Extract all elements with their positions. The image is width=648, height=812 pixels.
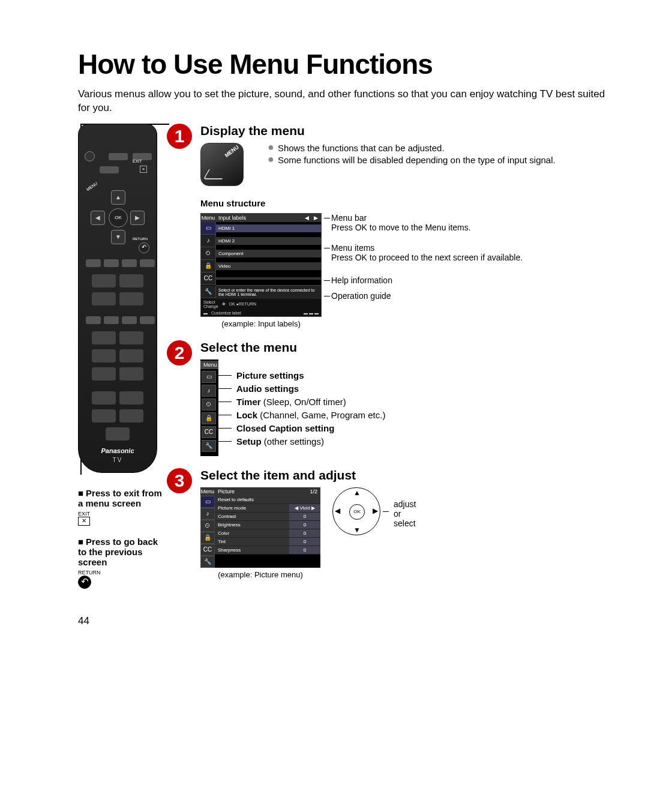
callout-help: Help information bbox=[331, 275, 523, 285]
step-2-badge: 2 bbox=[167, 340, 192, 365]
page-title: How to Use Menu Functions bbox=[78, 48, 612, 80]
picture-setting-row: Sharpness0 bbox=[215, 546, 320, 555]
example-caption: (example: Picture menu) bbox=[200, 570, 320, 579]
lock-icon: 🔒 bbox=[201, 260, 216, 272]
lock-icon: 🔒 bbox=[202, 412, 216, 424]
remote-button bbox=[104, 316, 119, 324]
step-1-badge: 1 bbox=[167, 124, 192, 149]
picture-icon: ▭ bbox=[201, 222, 216, 235]
step-2-title: Select the menu bbox=[200, 340, 612, 355]
dpad-diagram: ▲ ▼ ◀ ▶ OK bbox=[332, 487, 380, 535]
remote-ir-icon bbox=[85, 151, 95, 161]
menu-screenshot: Menu Input labels◀ ▶ ▭HDMI 1 ♪HDMI 2 ⏲Co… bbox=[200, 213, 322, 317]
menu-item: Lock (Channel, Game, Program etc.) bbox=[218, 410, 385, 420]
picture-icon: ▭ bbox=[202, 371, 216, 383]
audio-icon: ♪ bbox=[201, 235, 216, 247]
remote-button bbox=[104, 259, 119, 267]
picture-setting-row: Picture mode◀ Vivid ▶ bbox=[215, 504, 320, 513]
menu-item: Setup (other settings) bbox=[218, 436, 385, 447]
remote-brand: Panasonic bbox=[79, 447, 157, 454]
remote-button bbox=[119, 292, 143, 305]
return-icon: ↶ bbox=[139, 242, 149, 253]
remote-button bbox=[109, 153, 128, 160]
picture-setting-row: Reset to defaults bbox=[215, 496, 320, 504]
remote-tv-label: TV bbox=[79, 457, 157, 463]
remote-button bbox=[86, 316, 101, 324]
remote-button bbox=[119, 367, 143, 380]
remote-button bbox=[140, 259, 155, 267]
bullet: ●Some functions will be disabled dependi… bbox=[268, 155, 556, 165]
remote-button bbox=[140, 316, 155, 324]
menu-item: Picture settings bbox=[218, 370, 385, 380]
remote-button bbox=[119, 274, 143, 287]
menu-button-icon: MENU bbox=[200, 143, 244, 186]
dpad-hint: adjust or select bbox=[394, 499, 416, 528]
remote-button bbox=[92, 292, 116, 305]
callout-guide: Operation guide bbox=[331, 291, 523, 301]
ok-icon: OK bbox=[349, 504, 365, 520]
exit-button-diagram: EXIT ✕ bbox=[78, 511, 90, 526]
remote-button bbox=[86, 259, 101, 267]
picture-menu-screenshot: Menu Picture 1/2 ▭ ♪ ⏲ 🔒 bbox=[200, 487, 320, 568]
exit-icon: ✕ bbox=[78, 517, 90, 526]
remote-button bbox=[119, 349, 143, 362]
menu-item: Audio settings bbox=[218, 383, 385, 394]
timer-icon: ⏲ bbox=[202, 398, 216, 411]
cc-icon: CC bbox=[202, 426, 216, 438]
picture-setting-row: Brightness0 bbox=[215, 521, 320, 529]
left-icon: ◀ bbox=[91, 211, 105, 225]
lock-icon: 🔒 bbox=[200, 532, 215, 544]
menu-icon-column: Menu ▭ ♪ ⏲ 🔒 CC 🔧 bbox=[200, 359, 218, 456]
remote-return-label: RETURN bbox=[133, 237, 148, 241]
exit-heading: ■Press to exit from a menu screen bbox=[78, 488, 162, 508]
back-heading: ■Press to go back to the previous screen bbox=[78, 537, 162, 567]
return-button-diagram: RETURN ↶ bbox=[78, 570, 101, 589]
remote-dpad: MENU ▲ ▼ ◀ ▶ OK bbox=[91, 190, 145, 244]
audio-icon: ♪ bbox=[200, 508, 215, 520]
menu-structure-heading: Menu structure bbox=[200, 198, 612, 208]
cc-icon: CC bbox=[200, 544, 215, 556]
setup-icon: 🔧 bbox=[200, 556, 215, 568]
remote-button bbox=[92, 274, 116, 287]
exit-icon: × bbox=[140, 166, 147, 173]
up-icon: ▲ bbox=[111, 190, 125, 205]
intro-text: Various menus allow you to set the pictu… bbox=[78, 88, 612, 115]
left-icon: ◀ bbox=[335, 507, 340, 515]
picture-setting-row: Contrast0 bbox=[215, 513, 320, 521]
step-3-title: Select the item and adjust bbox=[200, 468, 612, 483]
down-icon: ▼ bbox=[353, 526, 361, 534]
setup-icon: 🔧 bbox=[201, 286, 216, 298]
down-icon: ▼ bbox=[111, 230, 125, 244]
remote-button bbox=[92, 409, 116, 423]
callout-menuitems: Menu itemsPress OK to proceed to the nex… bbox=[331, 243, 523, 262]
timer-icon: ⏲ bbox=[201, 247, 216, 260]
menu-item: Closed Caption setting bbox=[218, 423, 385, 433]
remote-button bbox=[92, 331, 116, 344]
callout-menubar: Menu barPress OK to move to the Menu ite… bbox=[331, 213, 523, 232]
remote-button bbox=[119, 331, 143, 344]
leader-line bbox=[383, 511, 389, 512]
remote-button bbox=[106, 427, 130, 441]
timer-icon: ⏲ bbox=[200, 520, 215, 532]
remote-button bbox=[119, 391, 143, 404]
remote-button bbox=[122, 316, 137, 324]
page-number: 44 bbox=[78, 615, 612, 627]
setup-icon: 🔧 bbox=[202, 440, 216, 452]
remote-menu-label: MENU bbox=[86, 181, 98, 192]
step-1-title: Display the menu bbox=[200, 124, 612, 138]
right-icon: ▶ bbox=[130, 211, 145, 225]
remote-button bbox=[100, 166, 119, 173]
up-icon: ▲ bbox=[353, 489, 361, 497]
picture-setting-row: Color0 bbox=[215, 529, 320, 538]
ok-button-icon: OK bbox=[109, 208, 128, 227]
remote-button bbox=[119, 409, 143, 423]
menu-item: Timer (Sleep, On/Off timer) bbox=[218, 397, 385, 407]
return-icon: ↶ bbox=[78, 576, 91, 589]
remote-button bbox=[122, 259, 137, 267]
picture-setting-row: Tint0 bbox=[215, 538, 320, 546]
cc-icon: CC bbox=[201, 272, 216, 285]
remote-exit-label: EXIT bbox=[133, 159, 142, 163]
remote-button bbox=[92, 367, 116, 380]
audio-icon: ♪ bbox=[202, 385, 216, 397]
remote-control: EXIT × MENU ▲ ▼ ◀ ▶ OK RETURN ↶ bbox=[78, 124, 157, 473]
